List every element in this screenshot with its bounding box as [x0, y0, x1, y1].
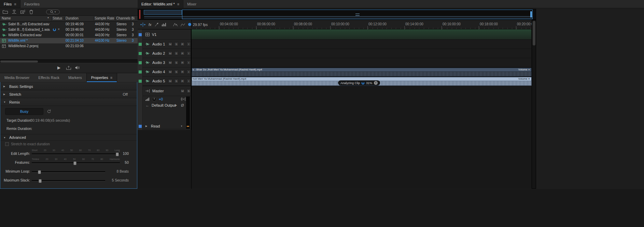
video-track-header[interactable]: V1: [143, 29, 191, 40]
insert-into-multitrack-icon[interactable]: [20, 10, 25, 14]
navigator-offscreen-range[interactable]: [144, 10, 182, 15]
file-row[interactable]: Wildlife Extracted.wav 00:00:30:01 44100…: [0, 32, 138, 38]
panel-menu-icon[interactable]: ≡: [110, 76, 112, 80]
expand-routing-icon[interactable]: ▶: [175, 104, 177, 107]
mute-button[interactable]: M: [168, 79, 172, 83]
navigator-view-range[interactable]: [182, 10, 533, 19]
mute-button[interactable]: M: [168, 42, 172, 46]
file-row[interactable]: Sabri B...f) Extracted_1.wav × 00:19:46:…: [0, 27, 138, 32]
solo-button[interactable]: S: [174, 79, 179, 83]
cancel-processing-icon[interactable]: ×: [58, 28, 60, 31]
mute-button[interactable]: M: [168, 70, 172, 74]
tab-favorites[interactable]: Favorites: [20, 0, 43, 8]
razor-tool-icon[interactable]: [155, 23, 159, 27]
collapse-arrow-icon[interactable]: ▶: [3, 93, 6, 96]
arm-record-button[interactable]: R: [180, 51, 185, 56]
video-reference-toggle-icon[interactable]: [188, 23, 191, 26]
section-basic-settings[interactable]: ▶ Basic Settings: [0, 83, 137, 90]
sort-ascending-icon[interactable]: ▲: [47, 16, 49, 18]
section-stretch[interactable]: ▶ Stretch Off: [0, 91, 137, 98]
bypass-icon[interactable]: Ø: [181, 103, 184, 107]
timeline-vertical-scrollbar[interactable]: [532, 20, 536, 189]
clip-volume-dropdown[interactable]: Volume ▾: [518, 68, 530, 71]
automation-mode-row[interactable]: ▶ Read ▾: [143, 123, 191, 129]
stretch-exact-checkbox[interactable]: [5, 142, 9, 146]
audio-clip[interactable]: s - Bhar Do Jholi Meri Ya Muhammad (Rash…: [192, 68, 532, 77]
monitor-input-button[interactable]: I: [186, 42, 191, 46]
section-advanced[interactable]: ▼ Advanced: [0, 134, 137, 141]
slider-thumb[interactable]: [38, 170, 41, 174]
timeline-ruler[interactable]: 00:04:00:00 00:06:00:00 00:08:00:00 00:1…: [191, 20, 532, 29]
tab-properties[interactable]: Properties ≡: [86, 73, 117, 82]
mute-button[interactable]: M: [180, 89, 185, 93]
collapse-arrow-icon[interactable]: ▶: [145, 125, 149, 128]
clip-volume-dropdown[interactable]: Volume ▾: [518, 77, 530, 81]
column-duration[interactable]: Duration: [66, 16, 79, 20]
solo-button[interactable]: S: [174, 61, 179, 65]
column-channels[interactable]: Channels: [116, 16, 130, 20]
trash-icon[interactable]: [29, 10, 33, 14]
audio-track-header[interactable]: Audio 5 M S R I: [143, 77, 191, 86]
maximum-slack-slider[interactable]: [32, 180, 105, 182]
audio-track-lane[interactable]: [192, 40, 531, 49]
column-status[interactable]: Status: [53, 16, 62, 20]
file-row-selected[interactable]: Wildlife.xml * 00:21:04:10 44100 Hz Ster…: [0, 38, 138, 43]
remix-busy-button[interactable]: Busy: [5, 108, 43, 115]
play-button[interactable]: ▶: [57, 66, 60, 70]
audio-track-lane[interactable]: [192, 58, 531, 67]
solo-button[interactable]: S: [174, 51, 179, 56]
monitor-input-button[interactable]: I: [186, 51, 191, 56]
solo-button[interactable]: S: [174, 42, 179, 46]
file-row[interactable]: Sabri B...nif) Extracted.wav 00:19:46:09…: [0, 22, 138, 27]
navigator-drag-grip[interactable]: [355, 14, 360, 16]
section-remix[interactable]: ▼ Remix: [0, 98, 137, 106]
slider-thumb[interactable]: [39, 179, 42, 183]
export-icon[interactable]: [66, 66, 71, 70]
cancel-analysis-icon[interactable]: ×: [374, 81, 378, 85]
output-routing-row[interactable]: ← Default Output ▶ Ø: [143, 102, 191, 108]
tab-effects-rack[interactable]: Effects Rack: [34, 73, 64, 82]
mute-button[interactable]: M: [168, 61, 172, 65]
audio-track-lane[interactable]: [192, 49, 531, 58]
expand-arrow-icon[interactable]: ▼: [3, 136, 6, 139]
arm-record-button[interactable]: R: [180, 42, 185, 46]
automation-dropdown-icon[interactable]: ▾: [181, 125, 182, 128]
slider-thumb[interactable]: [73, 161, 76, 165]
import-file-icon[interactable]: [12, 10, 16, 14]
monitoring-icon[interactable]: [181, 97, 186, 101]
panel-menu-icon[interactable]: ≡: [177, 2, 179, 6]
arm-record-button[interactable]: R: [180, 79, 185, 83]
solo-button[interactable]: S: [174, 70, 179, 74]
column-bit-depth[interactable]: Bi: [131, 16, 135, 20]
navigator-resize-handle[interactable]: [530, 11, 532, 17]
file-row[interactable]: Wildlife/test-2.prproj 00:21:03:06: [0, 43, 138, 49]
column-sample-rate[interactable]: Sample Rate: [95, 16, 114, 20]
audio-track-header[interactable]: Audio 1 M S R I: [143, 40, 191, 49]
files-horizontal-scrollbar[interactable]: [0, 59, 138, 63]
tab-files[interactable]: Files ≡: [0, 0, 20, 8]
monitor-input-button[interactable]: I: [186, 70, 191, 74]
loudness-speaker-icon[interactable]: [75, 66, 80, 70]
audio-clip-selected[interactable]: holi Meri Ya Muhammad (Rashid Hanif).mp4…: [192, 77, 532, 86]
search-options-icon[interactable]: ▾: [55, 11, 56, 13]
waveform-view-icon[interactable]: [173, 23, 178, 26]
audio-track-header[interactable]: Audio 4 M S R I: [143, 67, 191, 77]
tab-markers[interactable]: Markers: [64, 73, 86, 82]
arm-record-button[interactable]: R: [180, 61, 185, 65]
spectral-view-icon[interactable]: [181, 23, 185, 26]
zoom-navigator[interactable]: [138, 9, 536, 20]
tab-media-browser[interactable]: Media Browser: [0, 73, 34, 82]
arm-record-button[interactable]: R: [180, 70, 185, 74]
metering-icon[interactable]: [162, 23, 166, 26]
collapse-arrow-icon[interactable]: ▶: [3, 85, 6, 88]
audio-track-header[interactable]: Audio 2 M S R I: [143, 49, 191, 58]
tab-editor[interactable]: Editor: Wildlife.xml * ≡: [138, 0, 183, 8]
timeline[interactable]: s - Bhar Do Jholi Meri Ya Muhammad (Rash…: [191, 29, 532, 189]
panel-menu-icon[interactable]: ≡: [14, 2, 16, 6]
master-track-header[interactable]: Master M S: [143, 86, 191, 96]
solo-button[interactable]: S: [186, 89, 191, 93]
fx-toggle-icon[interactable]: fx: [149, 23, 152, 27]
scrollbar-thumb[interactable]: [533, 21, 535, 45]
scrollbar-thumb[interactable]: [0, 61, 38, 63]
monitor-input-button[interactable]: I: [186, 79, 191, 83]
